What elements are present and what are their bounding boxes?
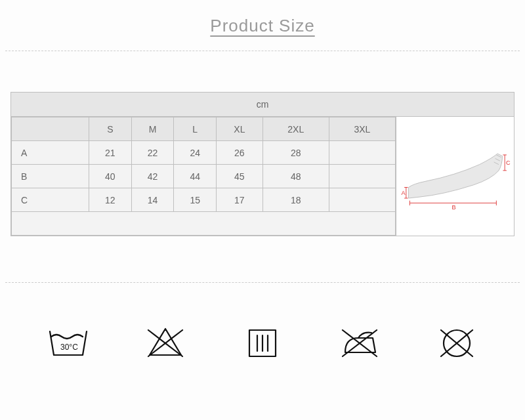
wash-30-icon: 30°C xyxy=(45,322,92,364)
tumble-dry-icon xyxy=(239,322,286,364)
cell: 40 xyxy=(89,165,132,188)
cell: 45 xyxy=(217,165,263,188)
col-xl: XL xyxy=(217,117,263,141)
cell: 24 xyxy=(174,141,217,165)
cell: 48 xyxy=(262,165,329,188)
cell: 14 xyxy=(131,188,174,212)
cell: 15 xyxy=(174,188,217,212)
no-bleach-icon xyxy=(142,322,189,364)
cell: 12 xyxy=(89,188,132,212)
measurement-diagram: A B C xyxy=(396,117,514,236)
svg-text:30°C: 30°C xyxy=(60,343,78,352)
row-label-b: B xyxy=(12,165,89,188)
diagram-label-b: B xyxy=(452,203,455,210)
col-m: M xyxy=(131,117,174,141)
cell: 18 xyxy=(262,188,329,212)
table-row: B 40 42 44 45 48 xyxy=(12,165,396,188)
cell: 26 xyxy=(217,141,263,165)
diagram-label-a: A xyxy=(401,189,406,196)
divider-bottom xyxy=(5,282,520,283)
table-row: A 21 22 24 26 28 xyxy=(12,141,396,165)
table-header-row: S M L XL 2XL 3XL xyxy=(12,117,396,141)
cell: 21 xyxy=(89,141,132,165)
cell: 28 xyxy=(262,141,329,165)
divider-top xyxy=(5,51,520,51)
cell: 17 xyxy=(217,188,263,212)
col-3xl: 3XL xyxy=(329,117,395,141)
unit-label: cm xyxy=(11,93,514,117)
cell: 42 xyxy=(131,165,174,188)
header-blank xyxy=(12,117,89,141)
row-label-c: C xyxy=(12,188,89,212)
table-blank-row xyxy=(12,212,396,236)
row-label-a: A xyxy=(12,141,89,165)
table-row: C 12 14 15 17 18 xyxy=(12,188,396,212)
col-l: L xyxy=(174,117,217,141)
diagram-label-c: C xyxy=(506,159,511,165)
col-2xl: 2XL xyxy=(262,117,329,141)
cell xyxy=(329,165,395,188)
size-table: S M L XL 2XL 3XL A 21 22 24 26 28 xyxy=(11,117,396,236)
page-title: Product Size xyxy=(210,16,314,36)
no-dryclean-icon xyxy=(433,322,480,364)
care-icons-row: 30°C xyxy=(0,322,525,364)
col-s: S xyxy=(89,117,132,141)
cell xyxy=(329,188,395,212)
cell: 44 xyxy=(174,165,217,188)
size-table-container: cm S M L XL 2XL 3XL A 21 22 24 26 xyxy=(10,92,514,236)
cell: 22 xyxy=(131,141,174,165)
no-iron-icon xyxy=(336,322,383,364)
cell xyxy=(329,141,395,165)
